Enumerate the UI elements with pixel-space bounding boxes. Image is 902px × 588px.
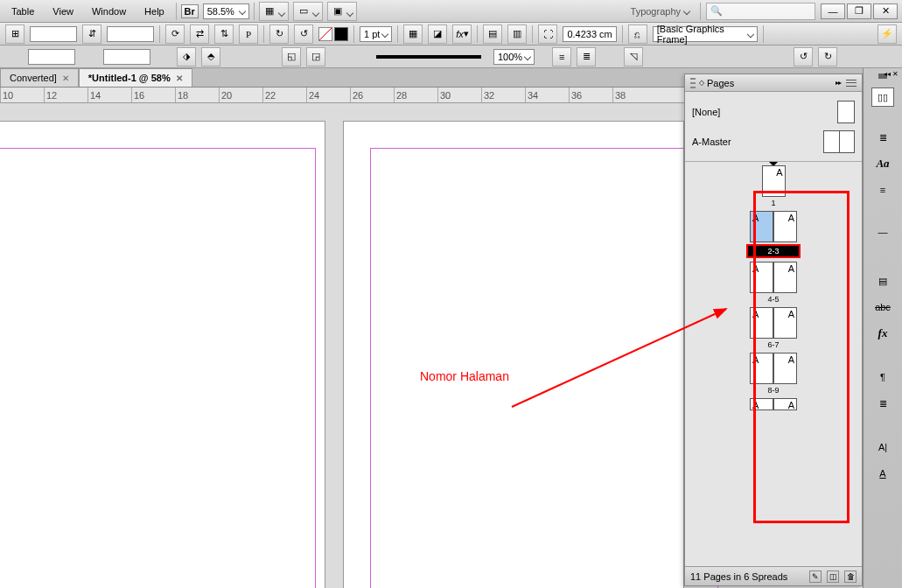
ctrl-lightning-icon[interactable]: ⚡ [878, 24, 897, 44]
spread-10-11[interactable]: A A [689, 398, 858, 410]
cycle-icon: ◇ [699, 79, 704, 87]
shear-icon[interactable]: ⬗ [177, 47, 196, 66]
select-prev-icon[interactable]: ◲ [306, 47, 325, 66]
ruler-mark: 34 [525, 88, 569, 102]
margin-guide [0, 148, 316, 588]
style-ref-icon[interactable]: ⎌ [628, 24, 647, 44]
spread-6-7[interactable]: A A 6-7 [689, 307, 858, 349]
paragraph-dock-icon[interactable]: ≡ [871, 180, 894, 200]
menu-table[interactable]: Table [4, 4, 41, 19]
divider [353, 25, 354, 43]
pages-panel-header[interactable]: ◇ Pages ▸▸ [685, 74, 862, 92]
links-dock-icon[interactable]: ≣ [871, 128, 894, 147]
spread-8-9[interactable]: A A 8-9 [689, 353, 858, 395]
fill-stroke-swatch[interactable] [318, 27, 348, 41]
corner-options-icon[interactable]: ◹ [624, 47, 643, 66]
x-field[interactable] [30, 26, 77, 42]
spread-2-3[interactable]: A A 2-3 [689, 211, 858, 258]
menu-help[interactable]: Help [137, 4, 171, 19]
x-coord[interactable]: 0.4233 cm [563, 26, 616, 42]
edit-page-icon[interactable]: ✎ [809, 570, 822, 583]
rotate90-icon[interactable]: ↻ [269, 24, 289, 44]
tab-label: Converted] [10, 73, 57, 83]
master-a-thumb[interactable] [823, 130, 855, 153]
master-a-row[interactable]: A-Master [692, 127, 855, 157]
rotate-icon[interactable]: ⟳ [165, 24, 185, 44]
tab-untitled[interactable]: *Untitled-1 @ 58%✕ [79, 68, 192, 87]
divider [477, 25, 478, 43]
redefine-style-icon[interactable]: ↻ [818, 47, 837, 66]
select-next-icon[interactable]: ▥ [507, 24, 527, 44]
prefix-a: A [752, 263, 759, 274]
view-options-button[interactable]: ▦ [259, 2, 289, 21]
drop-cap-icon[interactable]: P [239, 24, 258, 44]
strikethrough-dock-icon[interactable]: abc [871, 298, 894, 317]
flip-h-icon[interactable]: ⇄ [190, 24, 209, 44]
h-field[interactable] [103, 49, 150, 65]
rotate270-icon[interactable]: ↺ [294, 24, 313, 44]
frame-fit-icon[interactable]: ⛶ [538, 24, 557, 44]
scale-icon[interactable]: ⬘ [201, 47, 220, 66]
pilcrow-dock-icon[interactable]: ¶ [871, 368, 894, 387]
menu-window[interactable]: Window [85, 4, 133, 19]
dock-close-icon[interactable]: ◂◂ ✕ [884, 70, 899, 78]
pages-panel-footer: 11 Pages in 6 Spreads ✎ ◫ 🗑 [685, 566, 862, 585]
char-styles-dock-icon[interactable]: Aa [871, 154, 894, 173]
collapse-icon[interactable]: ▸▸ [836, 79, 841, 87]
align-left-icon[interactable]: ≡ [552, 47, 571, 66]
search-input[interactable]: 🔍 [706, 3, 815, 20]
align-center-icon[interactable]: ≣ [577, 47, 596, 66]
search-icon: 🔍 [710, 5, 723, 17]
pages-dock-icon[interactable]: ▯▯ [871, 88, 894, 107]
restore-button[interactable]: ❐ [847, 4, 871, 19]
page-left[interactable] [0, 121, 325, 588]
drop-shadow-icon[interactable]: ◪ [428, 24, 447, 44]
delete-page-icon[interactable]: 🗑 [844, 570, 857, 583]
ruler-mark: 22 [262, 88, 306, 102]
close-button[interactable]: ✕ [873, 4, 898, 19]
clear-overrides-icon[interactable]: ↺ [794, 47, 813, 66]
menu-view[interactable]: View [45, 4, 80, 19]
spread-1[interactable]: A 1 [689, 165, 858, 207]
y-field[interactable] [28, 49, 75, 65]
tab-close-icon[interactable]: ✕ [62, 74, 69, 83]
flip-v-icon[interactable]: ⇅ [214, 24, 234, 44]
pages-panel-title: Pages [707, 78, 734, 88]
workspace-switcher[interactable]: Typography [626, 6, 695, 17]
right-dock: ◂◂ ✕ ▯▯ ≣ Aa ≡ — ▤ abc fx ¶ ≣ A| A [863, 68, 902, 588]
panel-grip-icon[interactable] [690, 78, 696, 88]
object-style-select[interactable]: [Basic Graphics Frame] [653, 26, 758, 42]
master-none-thumb[interactable] [837, 101, 855, 123]
line-dock-icon[interactable]: — [871, 222, 894, 242]
tab-converted[interactable]: Converted]✕ [0, 68, 79, 87]
stroke-style[interactable] [376, 55, 481, 59]
master-none-row[interactable]: [None] [692, 97, 855, 127]
select-container-icon[interactable]: ◱ [282, 47, 301, 66]
w-field[interactable] [107, 26, 154, 42]
divider [176, 3, 177, 20]
tab-close-icon[interactable]: ✕ [176, 74, 183, 83]
select-content-icon[interactable]: ▤ [483, 24, 502, 44]
text-align-dock-icon[interactable]: ≣ [871, 394, 894, 413]
ref-point-icon[interactable]: ⊞ [5, 24, 24, 44]
panel-menu-icon[interactable] [846, 78, 857, 88]
scale-pct[interactable]: 100% [493, 49, 535, 65]
arrange-button[interactable]: ▣ [327, 2, 357, 21]
effects-dock-icon[interactable]: fx [871, 324, 894, 343]
zoom-select[interactable]: 58.5% [203, 4, 249, 19]
page-right[interactable] [343, 121, 684, 588]
layers-dock-icon[interactable]: ▤ [871, 271, 894, 290]
stroke-weight[interactable]: 1 pt [360, 26, 392, 42]
effects-button[interactable]: fx▾ [452, 24, 472, 44]
a-pipe-dock-icon[interactable]: A| [871, 438, 894, 457]
text-wrap-icon[interactable]: ▦ [403, 24, 423, 44]
spread-label: 8-9 [767, 386, 779, 395]
a-under-dock-icon[interactable]: A [871, 464, 894, 483]
spread-4-5[interactable]: A A 4-5 [689, 262, 858, 304]
link-icon[interactable]: ⇵ [82, 24, 101, 44]
screen-mode-button[interactable]: ▭ [293, 2, 323, 21]
new-page-icon[interactable]: ◫ [827, 570, 839, 583]
bridge-icon[interactable]: Br [181, 4, 199, 18]
minimize-button[interactable]: — [821, 4, 845, 19]
prefix-a: A [752, 213, 759, 223]
